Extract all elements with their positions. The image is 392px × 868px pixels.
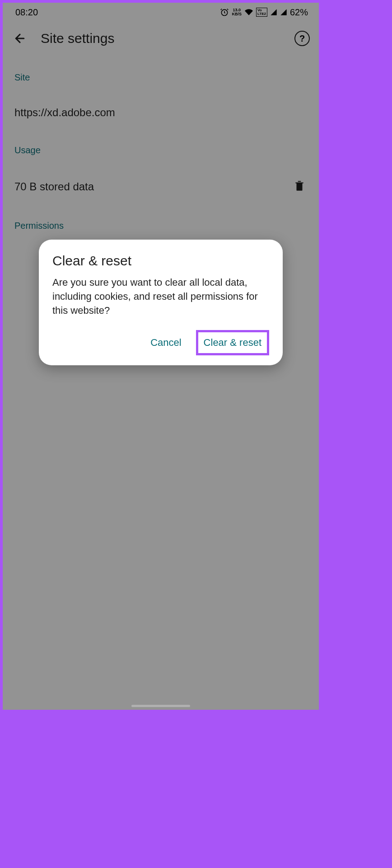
screen: 08:20 13.0KB/S VoLTE2 62%: [3, 3, 319, 710]
clear-reset-dialog: Clear & reset Are you sure you want to c…: [39, 240, 283, 365]
clear-reset-button[interactable]: Clear & reset: [202, 334, 263, 351]
cancel-button[interactable]: Cancel: [144, 332, 187, 353]
modal-overlay[interactable]: Clear & reset Are you sure you want to c…: [3, 3, 319, 710]
confirm-highlight: Clear & reset: [196, 330, 269, 355]
dialog-title: Clear & reset: [52, 253, 269, 269]
gesture-bar[interactable]: [131, 705, 190, 707]
dialog-actions: Cancel Clear & reset: [52, 330, 269, 355]
dialog-body: Are you sure you want to clear all local…: [52, 276, 269, 317]
